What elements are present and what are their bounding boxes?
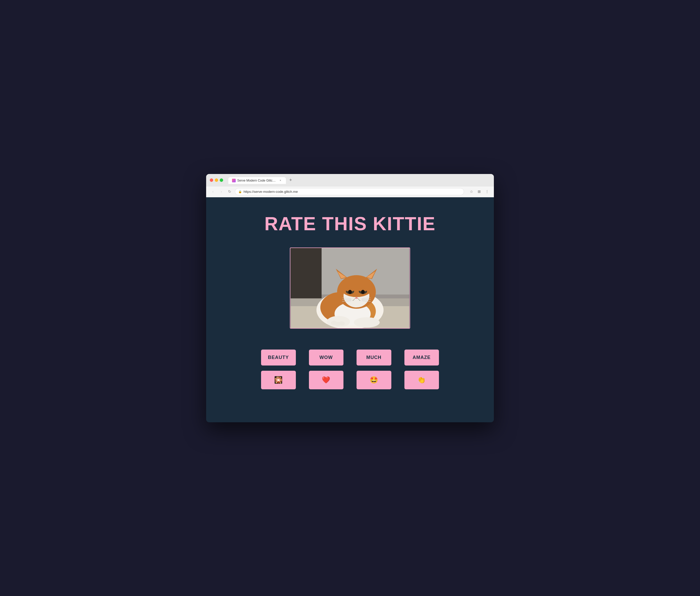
amaze-label: AMAZE [412, 355, 430, 360]
active-tab[interactable]: Serve Modern Code Glitch Pla × [228, 177, 286, 184]
svg-point-21 [361, 290, 365, 294]
svg-point-20 [348, 290, 352, 294]
wow-button[interactable]: WOW [309, 350, 344, 366]
browser-window: Serve Modern Code Glitch Pla × + ‹ › ↻ 🔒… [206, 174, 494, 422]
browser-titlebar: Serve Modern Code Glitch Pla × + [206, 174, 494, 187]
cat-svg [290, 248, 410, 328]
heart-emoji: ❤️ [322, 376, 330, 384]
much-button[interactable]: MUCH [356, 350, 391, 366]
tab-title: Serve Modern Code Glitch Pla [237, 179, 277, 182]
beauty-label: BEAUTY [268, 355, 289, 360]
heart-button[interactable]: ❤️ [309, 371, 344, 389]
svg-point-11 [340, 276, 373, 297]
cat-image-container [290, 248, 410, 329]
tab-close-button[interactable]: × [279, 179, 282, 182]
sparkle-emoji: 🎇 [274, 376, 283, 384]
traffic-lights [210, 178, 223, 182]
close-traffic-light[interactable] [210, 178, 213, 182]
starstruck-button[interactable]: 🤩 [356, 371, 391, 389]
clap-emoji: 👏 [417, 376, 426, 384]
minimize-traffic-light[interactable] [215, 178, 218, 182]
page-title: RATE THIS KITTIE [265, 213, 436, 234]
lock-icon: 🔒 [238, 190, 242, 193]
clap-button[interactable]: 👏 [404, 371, 439, 389]
much-label: MUCH [366, 355, 381, 360]
svg-point-33 [339, 321, 345, 325]
back-button[interactable]: ‹ [210, 189, 216, 195]
browser-actions: ☆ ⊞ ⋮ [468, 189, 490, 195]
page-content: RATE THIS KITTIE [206, 197, 494, 422]
menu-button[interactable]: ⋮ [484, 189, 490, 195]
tab-favicon [232, 179, 236, 182]
buttons-grid: BEAUTY WOW MUCH AMAZE 🎇 ❤️ 🤩 👏 [261, 350, 439, 389]
cat-image [290, 248, 410, 328]
svg-point-30 [354, 317, 380, 327]
tab-bar: Serve Modern Code Glitch Pla × + [228, 177, 490, 184]
extensions-button[interactable]: ⊞ [476, 189, 482, 195]
svg-rect-2 [291, 248, 322, 300]
forward-button[interactable]: › [218, 189, 224, 195]
starstruck-emoji: 🤩 [370, 376, 378, 384]
bookmark-button[interactable]: ☆ [468, 189, 475, 195]
beauty-button[interactable]: BEAUTY [261, 350, 296, 366]
refresh-button[interactable]: ↻ [227, 189, 233, 195]
address-text: https://serve-modern-code.glitch.me [244, 190, 298, 194]
address-bar[interactable]: 🔒 https://serve-modern-code.glitch.me [235, 188, 464, 195]
amaze-button[interactable]: AMAZE [404, 350, 439, 366]
sparkle-button[interactable]: 🎇 [261, 371, 296, 389]
browser-chrome: Serve Modern Code Glitch Pla × + ‹ › ↻ 🔒… [206, 174, 494, 197]
address-bar-row: ‹ › ↻ 🔒 https://serve-modern-code.glitch… [206, 187, 494, 197]
maximize-traffic-light[interactable] [220, 178, 223, 182]
new-tab-button[interactable]: + [287, 177, 294, 184]
wow-label: WOW [319, 355, 333, 360]
